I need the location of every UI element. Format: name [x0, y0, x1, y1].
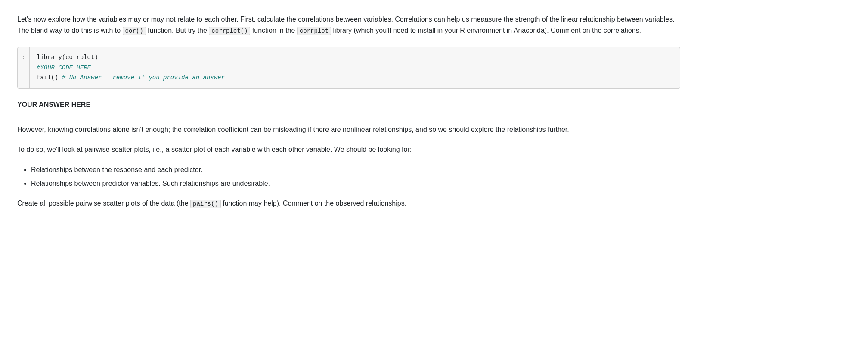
para3-text-2: function may help). Comment on the obser…	[221, 200, 406, 207]
code-line-2: #YOUR CODE HERE	[37, 63, 673, 73]
body-paragraph-3: Create all possible pairwise scatter plo…	[17, 198, 680, 209]
para3-text-1: Create all possible pairwise scatter plo…	[17, 200, 190, 207]
code-line-3-comment: # No Answer – remove if you provide an a…	[58, 74, 224, 81]
intro-text-4: library (which you'll need to install in…	[331, 27, 641, 34]
body-paragraph-2: To do so, we'll look at pairwise scatter…	[17, 144, 680, 155]
main-content: Let's now explore how the variables may …	[17, 14, 680, 209]
code-block-inner[interactable]: library(corrplot) #YOUR CODE HERE fail()…	[30, 47, 680, 88]
code-block[interactable]: : library(corrplot) #YOUR CODE HERE fail…	[17, 47, 680, 89]
code-line-1: library(corrplot)	[37, 53, 673, 63]
code-gutter: :	[18, 47, 30, 88]
pairs-func-inline: pairs()	[190, 200, 221, 208]
intro-text-3: function in the	[250, 27, 297, 34]
bullet-item-2: Relationships between predictor variable…	[31, 178, 680, 189]
code-line-3: fail() # No Answer – remove if you provi…	[37, 73, 673, 83]
bullet-item-1: Relationships between the response and e…	[31, 164, 680, 175]
answer-placeholder: YOUR ANSWER HERE	[17, 99, 680, 110]
bullet-list: Relationships between the response and e…	[31, 164, 680, 190]
corrplot-func-inline: corrplot()	[209, 27, 250, 35]
body-paragraph-1: However, knowing correlations alone isn'…	[17, 124, 680, 135]
cor-func-inline: cor()	[123, 27, 146, 35]
intro-text-2: function. But try the	[146, 27, 209, 34]
intro-paragraph: Let's now explore how the variables may …	[17, 14, 680, 37]
gutter-label: :	[22, 53, 25, 62]
code-line-3-prefix: fail()	[37, 74, 58, 81]
corrplot-lib-inline: corrplot	[297, 27, 331, 35]
